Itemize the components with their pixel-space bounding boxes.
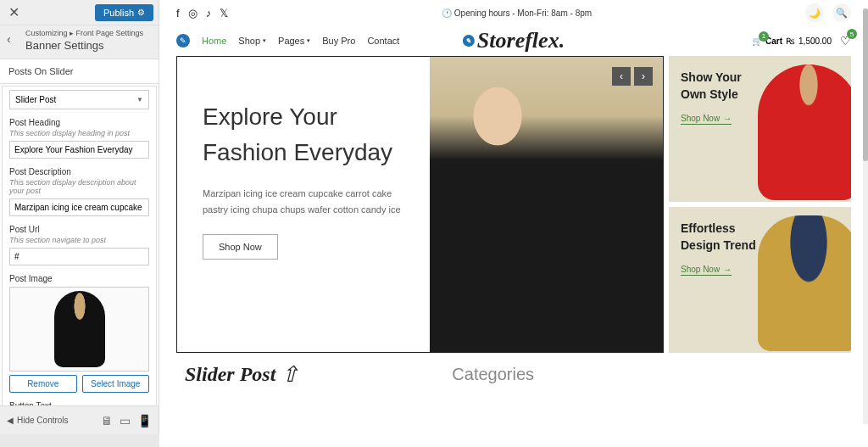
- cart-amount: 1,500.00: [798, 36, 832, 46]
- publish-label: Publish: [103, 8, 134, 18]
- slider-post-select[interactable]: Slider Post ▼: [9, 90, 149, 109]
- main-nav: ✎ Home Shop ▾ Pages ▾ Buy Pro Contact: [176, 34, 399, 47]
- search-icon[interactable]: 🔍: [832, 3, 851, 22]
- side-banner-1: Show Your Own Style Shop Now →: [669, 56, 851, 202]
- tablet-icon[interactable]: ▭: [120, 414, 131, 427]
- logo-text: Storeflex.: [477, 28, 565, 53]
- chevron-down-icon: ▼: [136, 96, 143, 103]
- customizer-topbar: ✕ Publish ⚙: [0, 0, 159, 25]
- post-description-input[interactable]: [9, 198, 149, 216]
- hero-section: Explore Your Fashion Everyday Marzipan i…: [159, 56, 868, 353]
- post-heading-input[interactable]: [9, 141, 149, 159]
- section-header-posts-on-slider: Posts On Slider: [0, 59, 159, 84]
- categories-label: Categories: [452, 365, 534, 384]
- banner-image: [430, 57, 663, 352]
- side-banner-2-image: [758, 215, 851, 351]
- select-value: Slider Post: [15, 95, 56, 104]
- post-heading-hint: This section display heading in post: [9, 129, 149, 137]
- image-thumbnail: [54, 291, 105, 367]
- close-icon[interactable]: ✕: [5, 1, 23, 24]
- device-switcher: 🖥 ▭ 📱: [101, 414, 152, 427]
- image-preview: [9, 287, 149, 372]
- customizer-form: Slider Post ▼ Post Heading This section …: [0, 84, 159, 405]
- hide-controls-label: Hide Controls: [17, 416, 69, 425]
- panel-title: Banner Settings: [0, 39, 159, 59]
- post-url-input[interactable]: [9, 248, 149, 265]
- side-banner-2-link[interactable]: Shop Now →: [681, 265, 732, 276]
- side-banner-2-heading: Effortless Design Trend: [681, 221, 765, 254]
- scrollbar[interactable]: [863, 8, 868, 424]
- nav-shop[interactable]: Shop ▾: [238, 36, 266, 46]
- side-banner-1-heading: Show Your Own Style: [681, 70, 765, 103]
- opening-hours: 🕐 Opening hours - Mon-Fri: 8am - 8pm: [442, 8, 592, 18]
- select-image-button[interactable]: Select Image: [82, 375, 150, 393]
- post-description-hint: This section display description about y…: [9, 178, 149, 195]
- desktop-icon[interactable]: 🖥: [101, 414, 113, 427]
- publish-button[interactable]: Publish ⚙: [95, 4, 153, 21]
- nav-buy-pro[interactable]: Buy Pro: [322, 36, 355, 46]
- site-logo[interactable]: ✎ Storeflex.: [463, 28, 565, 53]
- header: ✎ Home Shop ▾ Pages ▾ Buy Pro Contact ✎ …: [159, 25, 868, 56]
- x-icon[interactable]: 𝕏: [220, 7, 228, 20]
- customizer-panel: ✕ Publish ⚙ ‹ Customizing ▸ Front Page S…: [0, 0, 159, 434]
- wishlist-count-badge: 5: [847, 29, 857, 39]
- side-banner-1-link[interactable]: Shop Now →: [681, 114, 732, 125]
- chevron-down-icon: ▾: [263, 37, 266, 44]
- wishlist-icon[interactable]: ♡ 5: [840, 34, 851, 47]
- cart-currency: ₨: [786, 36, 795, 46]
- tiktok-icon[interactable]: ♪: [206, 7, 212, 20]
- scrollbar-thumb[interactable]: [863, 8, 868, 161]
- instagram-icon[interactable]: ◎: [188, 7, 198, 20]
- post-url-label: Post Url: [9, 225, 149, 234]
- nav-contact[interactable]: Contact: [367, 36, 399, 46]
- arrow-right-icon: →: [723, 114, 732, 123]
- hide-controls-button[interactable]: ◀ Hide Controls: [7, 416, 69, 425]
- slider-next-button[interactable]: ›: [634, 67, 653, 86]
- main-banner: Explore Your Fashion Everyday Marzipan i…: [176, 56, 664, 353]
- nav-home[interactable]: Home: [202, 36, 226, 46]
- arrow-right-icon: →: [723, 265, 732, 274]
- edit-shortcut-icon[interactable]: ✎: [176, 34, 190, 47]
- post-image-label: Post Image: [9, 274, 149, 283]
- slider-prev-button[interactable]: ‹: [612, 67, 631, 86]
- post-url-hint: This section navigate to post: [9, 236, 149, 244]
- side-banner-2: Effortless Design Trend Shop Now →: [669, 207, 851, 353]
- preview-pane: f ◎ ♪ 𝕏 🕐 Opening hours - Mon-Fri: 8am -…: [159, 0, 868, 447]
- post-description-label: Post Description: [9, 167, 149, 176]
- facebook-icon[interactable]: f: [176, 7, 180, 20]
- edit-shortcut-icon[interactable]: ✎: [463, 35, 475, 47]
- theme-toggle-icon[interactable]: 🌙: [805, 3, 824, 22]
- gear-icon: ⚙: [137, 8, 145, 17]
- up-arrow-icon: ⇧: [281, 361, 299, 388]
- cart-count-badge: 1: [759, 31, 769, 42]
- remove-image-button[interactable]: Remove: [9, 375, 77, 393]
- collapse-icon: ◀: [7, 416, 14, 425]
- section-labels: Slider Post ⇧ Categories: [159, 353, 868, 396]
- clock-icon: 🕐: [442, 8, 452, 18]
- breadcrumb: Customizing ▸ Front Page Settings: [0, 25, 159, 39]
- shop-now-button[interactable]: Shop Now: [203, 234, 278, 260]
- chevron-down-icon: ▾: [307, 37, 310, 44]
- slider-post-label: Slider Post ⇧: [185, 361, 299, 388]
- banner-heading: Explore Your Fashion Everyday: [203, 99, 413, 170]
- nav-pages[interactable]: Pages ▾: [278, 36, 310, 46]
- side-banner-1-image: [758, 64, 851, 200]
- banner-description: Marzipan icing ice cream cupcake carrot …: [203, 186, 413, 217]
- cart-widget[interactable]: 🛒 1 Cart ₨ 1,500.00: [752, 36, 832, 46]
- post-heading-label: Post Heading: [9, 118, 149, 127]
- hours-text: Opening hours - Mon-Fri: 8am - 8pm: [454, 8, 592, 18]
- customizer-footer: ◀ Hide Controls 🖥 ▭ 📱: [0, 405, 159, 434]
- top-bar: f ◎ ♪ 𝕏 🕐 Opening hours - Mon-Fri: 8am -…: [159, 0, 868, 25]
- mobile-icon[interactable]: 📱: [137, 414, 152, 427]
- social-links: f ◎ ♪ 𝕏: [176, 7, 228, 20]
